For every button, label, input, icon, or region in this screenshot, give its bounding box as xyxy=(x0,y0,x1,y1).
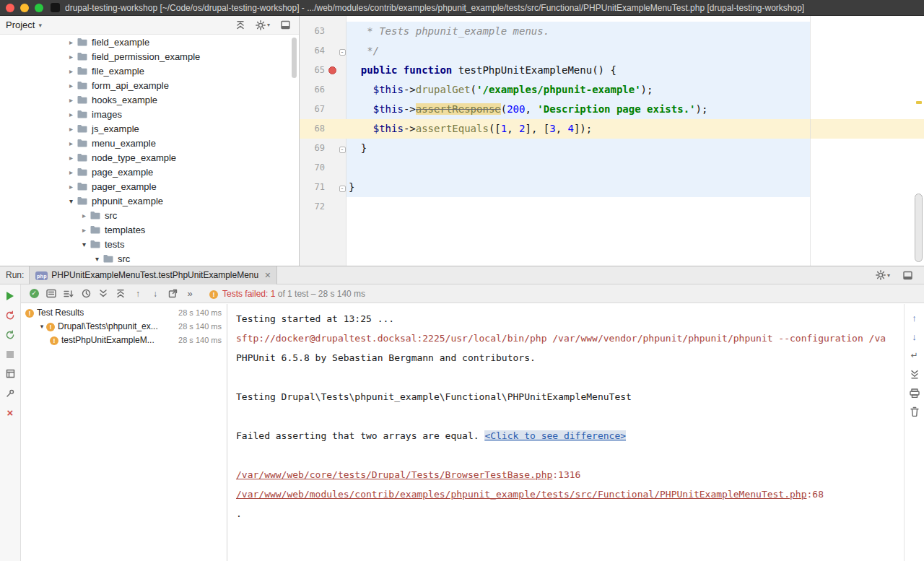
project-tree-scrollbar[interactable] xyxy=(292,38,297,78)
minimize-window-button[interactable] xyxy=(20,4,29,12)
test-history-icon[interactable] xyxy=(165,287,180,301)
chevron-collapsed-icon[interactable]: ▸ xyxy=(66,183,76,191)
chevron-collapsed-icon[interactable]: ▸ xyxy=(79,212,89,219)
project-tree-item-phpunit_example[interactable]: ▾phpunit_example xyxy=(0,193,299,208)
editor-line-65[interactable]: 65 public function testPhpUnitExampleMen… xyxy=(300,61,924,80)
soft-wrap-icon[interactable]: ↵ xyxy=(905,346,924,365)
chevron-expanded-icon[interactable]: ▾ xyxy=(66,197,76,205)
chevron-collapsed-icon[interactable]: ▸ xyxy=(66,110,76,118)
editor-line-64[interactable]: 64- */ xyxy=(300,41,924,61)
show-ignored-icon[interactable] xyxy=(43,287,59,301)
chevron-expanded-icon[interactable]: ▾ xyxy=(79,240,89,248)
show-passed-icon[interactable]: ✓ xyxy=(26,287,42,301)
chevron-collapsed-icon[interactable]: ▸ xyxy=(66,125,76,133)
project-tree-item-menu_example[interactable]: ▸menu_example xyxy=(0,136,299,150)
close-icon[interactable]: × xyxy=(0,403,20,422)
code-text[interactable]: $this->drupalGet('/examples/phpunit-exam… xyxy=(346,80,924,100)
project-tree-item-form_api_example[interactable]: ▸form_api_example xyxy=(0,78,299,92)
chevron-collapsed-icon[interactable]: ▸ xyxy=(66,53,76,61)
editor-line-67[interactable]: 67 $this->assertResponse(200, 'Descripti… xyxy=(300,100,924,119)
rerun-failed-tests-icon[interactable] xyxy=(0,305,20,325)
code-text[interactable] xyxy=(346,158,924,178)
expand-all-icon[interactable] xyxy=(95,287,111,301)
project-tree-item-src[interactable]: ▾src xyxy=(0,251,299,266)
project-tree-item-page_example[interactable]: ▸page_example xyxy=(0,165,299,179)
settings-gear-icon[interactable]: ▾ xyxy=(875,268,891,282)
code-text[interactable]: } xyxy=(346,139,924,158)
project-tree-item-field_example[interactable]: ▸field_example xyxy=(0,35,299,49)
more-icon[interactable]: » xyxy=(182,287,198,301)
editor-line-66[interactable]: 66 $this->drupalGet('/examples/phpunit-e… xyxy=(300,80,924,100)
editor-line-72[interactable]: 72 xyxy=(300,197,924,217)
fold-marker-icon[interactable]: - xyxy=(339,147,346,153)
code-text[interactable]: } xyxy=(346,178,924,197)
collapse-all-icon[interactable] xyxy=(232,18,248,32)
chevron-collapsed-icon[interactable]: ▸ xyxy=(79,226,89,234)
project-tree-item-tests[interactable]: ▾tests xyxy=(0,237,299,251)
chevron-collapsed-icon[interactable]: ▸ xyxy=(66,96,76,104)
stop-icon[interactable] xyxy=(0,344,20,364)
editor-line-68[interactable]: 68 $this->assertEquals([1, 2], [3, 4]); xyxy=(300,119,924,139)
close-tab-icon[interactable]: ✕ xyxy=(264,271,271,280)
code-text[interactable]: public function testPhpUnitExampleMenu()… xyxy=(346,61,924,80)
sort-alphabetically-icon[interactable] xyxy=(61,287,77,301)
code-text[interactable]: */ xyxy=(346,41,924,61)
chevron-expanded-icon[interactable]: ▾ xyxy=(38,323,46,330)
test-tree-item[interactable]: !Test Results28 s 140 ms xyxy=(21,305,227,319)
hide-window-icon[interactable] xyxy=(899,268,915,282)
chevron-collapsed-icon[interactable]: ▸ xyxy=(66,82,76,90)
chevron-collapsed-icon[interactable]: ▸ xyxy=(66,139,76,147)
editor-line-71[interactable]: 71-} xyxy=(300,178,924,197)
editor-line-63[interactable]: 63 * Tests phpunit_example menus. xyxy=(300,22,924,41)
editor-line-70[interactable]: 70 xyxy=(300,158,924,178)
project-panel-title[interactable]: Project ▾ xyxy=(6,19,42,30)
stacktrace-file-link[interactable]: /var/www/web/core/tests/Drupal/Tests/Bro… xyxy=(236,469,552,480)
code-text[interactable] xyxy=(346,197,924,217)
chevron-collapsed-icon[interactable]: ▸ xyxy=(66,67,76,75)
code-text[interactable]: $this->assertResponse(200, 'Description … xyxy=(346,100,924,119)
editor-scrollbar[interactable] xyxy=(915,193,923,262)
up-stack-trace-icon[interactable]: ↑ xyxy=(905,308,924,327)
project-tree-item-field_permission_example[interactable]: ▸field_permission_example xyxy=(0,49,299,64)
project-tree-item-node_type_example[interactable]: ▸node_type_example xyxy=(0,150,299,165)
failed-test-run-icon[interactable] xyxy=(328,66,336,74)
editor[interactable]: 63 * Tests phpunit_example menus.64- */6… xyxy=(300,16,924,266)
run-tab[interactable]: php PHPUnitExampleMenuTest.testPhpUnitEx… xyxy=(29,266,277,284)
stacktrace-file-link[interactable]: /var/www/web/modules/contrib/examples/ph… xyxy=(236,489,807,500)
toggle-auto-test-icon[interactable] xyxy=(0,325,20,344)
console-output[interactable]: Testing started at 13:25 ...sftp://docke… xyxy=(227,304,904,561)
restore-layout-icon[interactable] xyxy=(0,364,20,383)
clear-all-icon[interactable] xyxy=(905,402,924,421)
previous-failed-test-icon[interactable]: ↑ xyxy=(130,287,146,301)
code-text[interactable]: * Tests phpunit_example menus. xyxy=(346,22,924,41)
editor-line-69[interactable]: 69- } xyxy=(300,139,924,158)
project-tree-item-src[interactable]: ▸src xyxy=(0,208,299,222)
settings-gear-icon[interactable]: ▾ xyxy=(255,18,271,32)
project-tree-item-pager_example[interactable]: ▸pager_example xyxy=(0,179,299,193)
view-differences-link[interactable]: <Click to see difference> xyxy=(484,430,626,441)
project-tree-item-hooks_example[interactable]: ▸hooks_example xyxy=(0,92,299,107)
warning-stripe-mark[interactable] xyxy=(916,101,922,104)
hide-window-icon[interactable] xyxy=(277,18,293,32)
sort-by-duration-icon[interactable] xyxy=(78,287,94,301)
test-tree-item[interactable]: !testPhpUnitExampleM...28 s 140 ms xyxy=(21,333,227,347)
chevron-collapsed-icon[interactable]: ▸ xyxy=(66,38,76,46)
down-stack-trace-icon[interactable]: ↓ xyxy=(905,327,924,346)
code-text[interactable]: $this->assertEquals([1, 2], [3, 4]); xyxy=(346,119,924,139)
zoom-window-button[interactable] xyxy=(35,4,43,12)
test-tree-item[interactable]: ▾!Drupal\Tests\phpunit_ex...28 s 140 ms xyxy=(21,319,227,333)
fold-marker-icon[interactable]: - xyxy=(339,186,346,192)
chevron-expanded-icon[interactable]: ▾ xyxy=(92,255,102,263)
project-tree-item-templates[interactable]: ▸templates xyxy=(0,222,299,237)
next-failed-test-icon[interactable]: ↓ xyxy=(147,287,163,301)
scroll-to-end-icon[interactable] xyxy=(905,365,924,383)
project-tree-item-file_example[interactable]: ▸file_example xyxy=(0,64,299,78)
chevron-collapsed-icon[interactable]: ▸ xyxy=(66,154,76,162)
collapse-all-icon[interactable] xyxy=(113,287,128,301)
pin-tab-icon[interactable] xyxy=(0,383,20,403)
print-icon[interactable] xyxy=(905,383,924,402)
chevron-collapsed-icon[interactable]: ▸ xyxy=(66,168,76,176)
project-tree-item-images[interactable]: ▸images xyxy=(0,107,299,121)
project-tree-item-js_example[interactable]: ▸js_example xyxy=(0,121,299,136)
fold-marker-icon[interactable]: - xyxy=(339,49,346,56)
